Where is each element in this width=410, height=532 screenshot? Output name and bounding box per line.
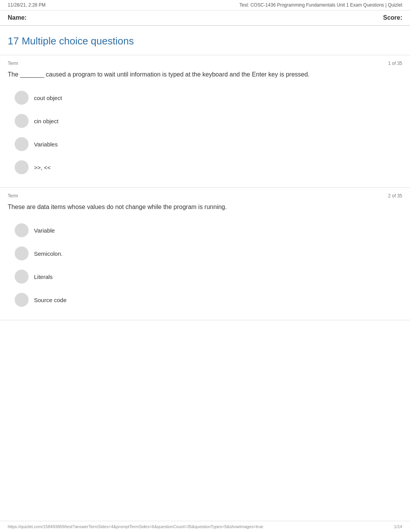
- term-label-2: Term: [8, 193, 18, 199]
- option-label-1-1: cout object: [34, 95, 62, 101]
- options-list-1: cout objectcin objectVariables>>, <<: [8, 87, 402, 178]
- question-text-2: These are data items whose values do not…: [8, 202, 402, 212]
- option-item-2-1[interactable]: Variable: [12, 219, 402, 241]
- option-label-1-3: Variables: [34, 141, 58, 148]
- question-card-2: Term2 of 35These are data items whose va…: [0, 188, 410, 320]
- term-label-1: Term: [8, 61, 18, 66]
- option-item-2-3[interactable]: Literals: [12, 266, 402, 287]
- option-item-1-2[interactable]: cin object: [12, 110, 402, 132]
- option-item-1-1[interactable]: cout object: [12, 87, 402, 109]
- timestamp: 11/28/21, 2:28 PM: [8, 2, 46, 8]
- page-heading: 17 Multiple choice questions: [0, 26, 410, 55]
- option-circle-2-2: [15, 246, 29, 260]
- option-label-2-4: Source code: [34, 297, 66, 303]
- option-circle-1-3: [15, 137, 29, 151]
- question-counter-1: 1 of 35: [388, 61, 402, 66]
- option-circle-1-4: [15, 160, 29, 174]
- question-counter-2: 2 of 35: [388, 193, 402, 199]
- term-header-1: Term1 of 35: [8, 55, 402, 70]
- top-bar: 11/28/21, 2:28 PM Test: COSC-1436 Progra…: [0, 0, 410, 10]
- option-label-1-2: cin object: [34, 118, 58, 124]
- option-circle-1-2: [15, 114, 29, 128]
- questions-container: Term1 of 35The _______ caused a program …: [0, 55, 410, 320]
- option-label-1-4: >>, <<: [34, 164, 51, 171]
- option-item-2-4[interactable]: Source code: [12, 289, 402, 311]
- option-circle-2-4: [15, 293, 29, 307]
- option-circle-2-3: [15, 270, 29, 284]
- option-circle-2-1: [15, 223, 29, 237]
- score-label: Score:: [383, 14, 402, 21]
- option-circle-1-1: [15, 91, 29, 105]
- question-card-1: Term1 of 35The _______ caused a program …: [0, 55, 410, 188]
- name-label: Name:: [8, 14, 27, 21]
- option-label-2-2: Semicolon.: [34, 250, 63, 257]
- term-header-2: Term2 of 35: [8, 188, 402, 202]
- name-score-bar: Name: Score:: [0, 10, 410, 26]
- question-text-1: The _______ caused a program to wait unt…: [8, 70, 402, 79]
- option-item-1-4[interactable]: >>, <<: [12, 156, 402, 178]
- options-list-2: VariableSemicolon.LiteralsSource code: [8, 219, 402, 311]
- option-label-2-1: Variable: [34, 227, 55, 234]
- option-item-1-3[interactable]: Variables: [12, 133, 402, 155]
- page-title-tab: Test: COSC-1436 Programming Fundamentals…: [239, 2, 402, 8]
- option-label-2-3: Literals: [34, 274, 53, 280]
- option-item-2-2[interactable]: Semicolon.: [12, 243, 402, 264]
